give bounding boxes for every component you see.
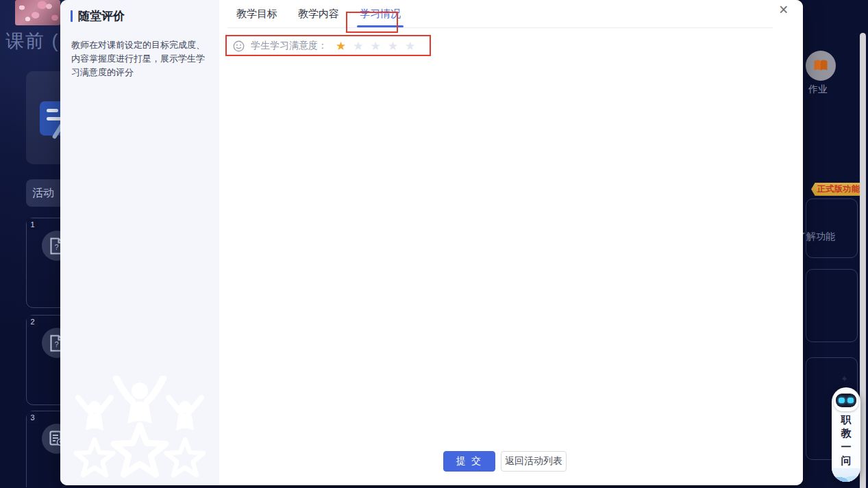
activity-pill-label: 活动 xyxy=(32,186,54,201)
sparkle-icon: ✦ xyxy=(841,374,848,384)
pre-class-section-label: 课前 ( xyxy=(5,29,60,53)
assistant-label: 职 教 一 问 xyxy=(832,413,860,466)
homework-icon[interactable] xyxy=(806,51,836,81)
background-feature-card xyxy=(806,198,858,258)
tab-learning-status[interactable]: 学习情况 xyxy=(360,0,401,27)
footer-actions: 提 交 返回活动列表 xyxy=(443,451,567,472)
rating-label: 学生学习满意度： xyxy=(251,40,327,52)
close-icon[interactable]: × xyxy=(779,1,788,18)
page-scrollbar[interactable] xyxy=(860,33,866,488)
star-icon[interactable]: ★ xyxy=(405,40,415,52)
modal-description: 教师在对课前设定的目标完成度、内容掌握度进行打星，展示学生学习满意度的评分 xyxy=(71,38,210,79)
tab-teaching-goals[interactable]: 教学目标 xyxy=(236,0,277,27)
wave-decoration xyxy=(832,468,860,482)
star-icon[interactable]: ★ xyxy=(388,40,398,52)
screen: 课前 ( 活动 1 ? 2 ? 3 作业 正式版功能 了解功能 ✦ xyxy=(0,0,868,488)
star-icon[interactable]: ★ xyxy=(353,40,363,52)
homework-label: 作业 xyxy=(808,84,828,96)
back-to-activity-list-button[interactable]: 返回活动列表 xyxy=(501,451,567,472)
celebration-stars-illustration xyxy=(67,376,212,485)
assistant-widget[interactable]: 职 教 一 问 xyxy=(832,387,860,482)
in-class-evaluation-modal: 随堂评价 教师在对课前设定的目标完成度、内容掌握度进行打星，展示学生学习满意度的… xyxy=(60,0,803,485)
modal-sidebar: 随堂评价 教师在对课前设定的目标完成度、内容掌握度进行打星，展示学生学习满意度的… xyxy=(60,0,219,485)
satisfaction-rating-row: 学生学习满意度： ★ ★ ★ ★ ★ xyxy=(233,38,415,54)
activity-number-badge: 1 xyxy=(27,218,38,230)
course-cover-image xyxy=(15,0,60,25)
official-version-badge: 正式版功能 xyxy=(811,183,866,196)
submit-button[interactable]: 提 交 xyxy=(443,451,495,472)
activity-number-badge: 3 xyxy=(27,411,38,423)
smiley-icon xyxy=(233,40,245,52)
star-icon[interactable]: ★ xyxy=(371,40,381,52)
tabs-row: 教学目标 教学内容 学习情况 xyxy=(227,0,773,28)
robot-icon xyxy=(834,390,858,411)
background-feature-card xyxy=(806,269,858,342)
svg-text:?: ? xyxy=(54,340,58,348)
svg-text:?: ? xyxy=(54,243,58,251)
modal-main: 教学目标 教学内容 学习情况 学生学习满意度： ★ ★ ★ ★ xyxy=(219,0,803,485)
title-accent-bar xyxy=(71,10,73,22)
tab-teaching-content[interactable]: 教学内容 xyxy=(298,0,339,27)
modal-title: 随堂评价 xyxy=(78,8,125,24)
activity-number-badge: 2 xyxy=(27,316,38,327)
star-rating: ★ ★ ★ ★ ★ xyxy=(336,40,415,52)
star-icon[interactable]: ★ xyxy=(336,40,346,52)
